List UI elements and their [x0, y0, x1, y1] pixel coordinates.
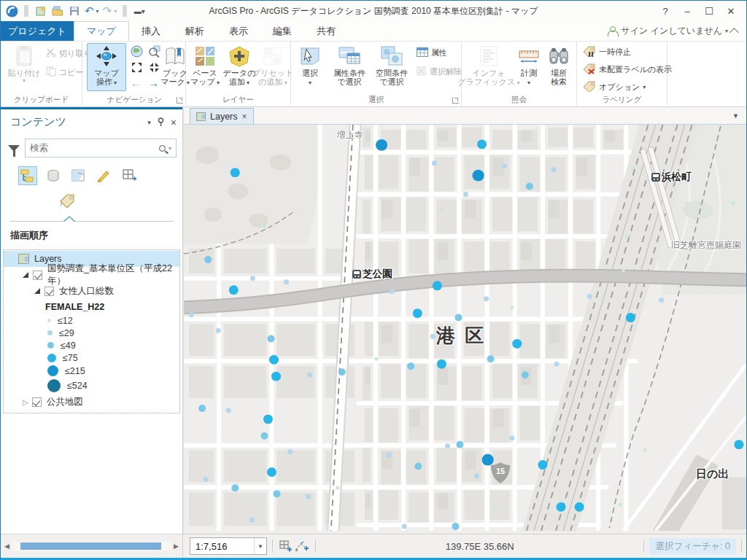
population-dot[interactable]: [273, 490, 280, 497]
population-dot[interactable]: [260, 432, 268, 440]
scroll-right-icon[interactable]: ▶: [171, 542, 181, 550]
population-dot[interactable]: [413, 308, 422, 318]
population-dot[interactable]: [484, 296, 489, 301]
legend-item[interactable]: ≤12: [4, 314, 179, 327]
legend-item[interactable]: ≤75: [4, 351, 179, 364]
population-dot[interactable]: [267, 335, 274, 342]
population-dot[interactable]: [734, 440, 743, 449]
population-dot[interactable]: [643, 448, 647, 452]
search-dropdown-icon[interactable]: ▾: [169, 145, 171, 152]
population-dot[interactable]: [477, 139, 487, 149]
edit-vertices-button[interactable]: [294, 538, 310, 554]
fixed-zoom-in-button[interactable]: [131, 61, 143, 75]
population-dot[interactable]: [198, 405, 206, 412]
pane-close-icon[interactable]: ×: [171, 117, 177, 128]
population-dot[interactable]: [267, 467, 276, 477]
population-dot[interactable]: [452, 523, 459, 530]
population-dot[interactable]: [387, 453, 392, 458]
tab-analysis[interactable]: 解析: [173, 21, 217, 41]
select-button[interactable]: 選択▾: [294, 43, 326, 91]
population-dot[interactable]: [731, 201, 735, 205]
population-dot[interactable]: [522, 371, 529, 378]
tab-view[interactable]: 表示: [217, 21, 260, 41]
population-dot[interactable]: [622, 268, 625, 272]
list-by-editing-tab[interactable]: [95, 166, 114, 185]
previous-extent-button[interactable]: ←: [131, 77, 142, 89]
population-dot[interactable]: [376, 139, 387, 151]
basemap-button[interactable]: ベースマップ ▾: [188, 43, 222, 91]
population-dot[interactable]: [437, 359, 446, 369]
population-dot[interactable]: [473, 170, 484, 182]
help-button[interactable]: ?: [656, 4, 675, 18]
population-dot[interactable]: [336, 486, 339, 490]
view-tab-menu-icon[interactable]: ▼: [732, 112, 739, 120]
population-dot[interactable]: [414, 463, 422, 470]
save-project-icon[interactable]: [68, 4, 81, 18]
population-dot[interactable]: [487, 355, 495, 362]
view-tab-layers[interactable]: Layers ×: [190, 108, 254, 124]
population-dot[interactable]: [587, 294, 592, 299]
contents-search-input[interactable]: [30, 143, 159, 153]
tab-edit[interactable]: 編集: [260, 21, 304, 41]
measure-button[interactable]: 計測▾: [514, 43, 543, 91]
list-by-drawing-order-tab[interactable]: [18, 166, 37, 185]
population-dot[interactable]: [407, 362, 414, 370]
population-dot[interactable]: [390, 289, 395, 294]
tab-share[interactable]: 共有: [304, 21, 348, 41]
contents-pane-scrollbar[interactable]: ◀ ▶: [1, 534, 183, 558]
population-dot[interactable]: [482, 454, 494, 466]
population-dot[interactable]: [204, 256, 212, 263]
legend-item[interactable]: ≤49: [4, 339, 179, 351]
population-dot[interactable]: [375, 357, 379, 361]
scroll-left-icon[interactable]: ◀: [2, 542, 12, 550]
population-dot[interactable]: [216, 328, 221, 333]
census-layer-checkbox[interactable]: [33, 271, 42, 280]
locate-button[interactable]: 場所検索: [543, 43, 574, 91]
label-list-tab[interactable]: [58, 191, 77, 210]
population-dot[interactable]: [463, 192, 468, 197]
customize-toolbar-button[interactable]: ▬▾: [133, 4, 146, 18]
population-dot[interactable]: [526, 183, 533, 190]
population-dot[interactable]: [271, 372, 281, 381]
fixed-zoom-out-button[interactable]: [148, 61, 160, 75]
population-dot[interactable]: [493, 508, 497, 512]
labeling-options-button[interactable]: オプション ▾: [583, 81, 646, 93]
list-by-selection-tab[interactable]: [69, 166, 88, 185]
population-dot[interactable]: [631, 166, 635, 170]
population-dot[interactable]: [456, 441, 463, 448]
clear-selection-button[interactable]: 選択解除: [417, 66, 462, 77]
population-dot[interactable]: [575, 502, 584, 512]
population-dot[interactable]: [440, 209, 444, 212]
population-dot[interactable]: [338, 368, 346, 376]
selected-features-count[interactable]: 選択フィーチャ: 0: [649, 538, 736, 555]
filter-icon[interactable]: [8, 145, 20, 152]
population-dot[interactable]: [204, 477, 209, 482]
population-dot[interactable]: [250, 276, 255, 281]
new-map-view-button[interactable]: [278, 538, 294, 554]
population-dot[interactable]: [189, 312, 194, 317]
bookmarks-large-button[interactable]: ブックマーク ▾: [163, 43, 187, 91]
legend-item[interactable]: ≤29: [4, 327, 179, 339]
paste-button[interactable]: 貼り付け ▾: [4, 43, 44, 91]
population-dot[interactable]: [284, 279, 289, 284]
population-dot[interactable]: [263, 414, 273, 424]
population-dot[interactable]: [433, 281, 442, 290]
population-dot[interactable]: [430, 334, 436, 339]
population-dot[interactable]: [481, 327, 484, 331]
close-button[interactable]: ✕: [721, 4, 740, 18]
population-dot[interactable]: [263, 225, 266, 228]
population-dot[interactable]: [512, 339, 522, 349]
infographics-button[interactable]: インフォグラフィックス ▾: [465, 43, 513, 91]
public-map-checkbox[interactable]: [32, 397, 42, 407]
selection-dialog-launcher[interactable]: [452, 97, 459, 104]
population-dot[interactable]: [551, 167, 556, 172]
legend-item[interactable]: ≤524: [4, 378, 179, 394]
attributes-button[interactable]: 属性: [417, 47, 447, 58]
arcgis-logo-icon[interactable]: [5, 4, 18, 18]
pane-pin-icon[interactable]: [157, 117, 165, 128]
population-dot[interactable]: [231, 484, 239, 491]
female-sublayer-checkbox[interactable]: [44, 287, 54, 296]
population-dot[interactable]: [509, 435, 514, 440]
map-canvas[interactable]: 増上寺芝公園港区浜松町旧芝離宮恩賜庭園日の出15: [184, 125, 746, 534]
copy-button[interactable]: コピー: [46, 66, 84, 78]
